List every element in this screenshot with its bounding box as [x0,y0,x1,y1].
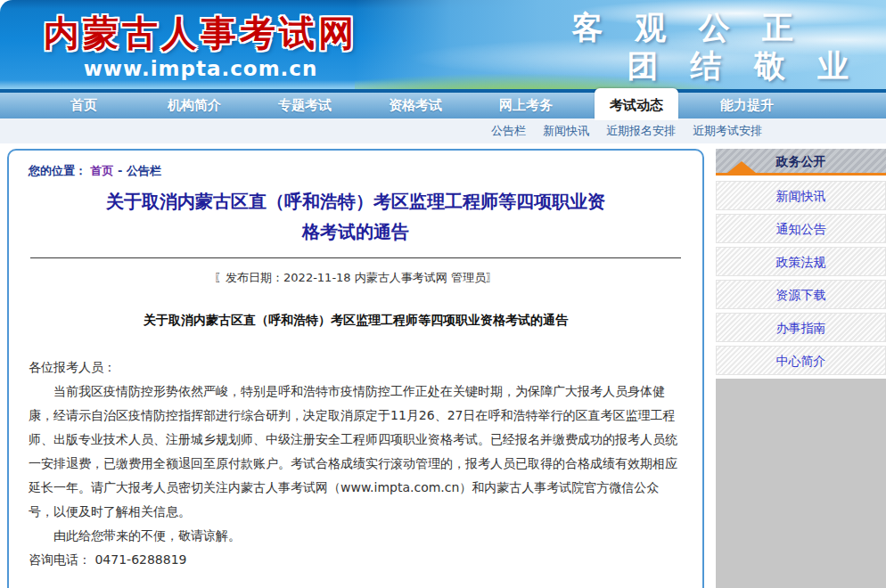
article-subtitle: 关于取消内蒙古区直（呼和浩特）考区监理工程师等四项职业资格考试的通告 [29,313,683,329]
sidebar-items-container: 新闻快讯 通知公告 政策法规 资源下载 办事指南 中心简介 [716,181,886,379]
sidebar-header: 政务公开 [716,149,886,176]
breadcrumb-separator: - [118,164,122,177]
article-panel: 您的位置： 首页 - 公告栏 关于取消内蒙古区直（呼和浩特）考区监理工程师等四项… [7,149,704,588]
nav-item-qualification-exams[interactable]: 资格考试 [360,93,471,118]
subnav-item-exam-schedule[interactable]: 近期考试安排 [693,118,762,143]
article-title: 关于取消内蒙古区直（呼和浩特）考区监理工程师等四项职业资 格考试的通告 [29,186,683,247]
site-url-text: www.impta.com.cn [0,57,401,80]
sidebar-government-affairs: 政务公开 新闻快讯 通知公告 政策法规 资源下载 办事指南 中心简介 [716,149,886,588]
phone-line: 咨询电话： 0471-6288819 [29,548,683,572]
sidebar-filler [716,379,886,588]
article-title-line1: 关于取消内蒙古区直（呼和浩特）考区监理工程师等四项职业资 [29,186,683,216]
article-title-line2: 格考试的通告 [29,216,683,247]
breadcrumb-prefix: 您的位置： [29,164,86,177]
site-banner: 内蒙古人事考试网 www.impta.com.cn 客 观 公 正 团 结 敬 … [0,0,886,89]
nav-item-ability[interactable]: 能力提升 [692,93,802,118]
breadcrumb: 您的位置： 首页 - 公告栏 [29,163,683,179]
active-tab[interactable]: 考试动态 [595,88,678,120]
article-body: 各位报考人员： 当前我区疫情防控形势依然严峻，特别是呼和浩特市疫情防控工作正处在… [29,355,683,572]
banner-slogan-line2: 团 结 敬 业 [627,45,859,87]
nav-items-container: 首页 机构简介 专题考试 资格考试 网上考务 考试动态 能力提升 [29,93,813,118]
nav-item-online-services[interactable]: 网上考务 [471,93,581,118]
sidebar-item-notices[interactable]: 通知公告 [716,214,886,243]
title-divider [30,257,681,258]
orange-triangle-icon [727,161,756,173]
body-paragraph-2: 由此给您带来的不便，敬请谅解。 [29,524,683,548]
subnav-item-news[interactable]: 新闻快讯 [543,118,589,143]
body-paragraph-1: 当前我区疫情防控形势依然严峻，特别是呼和浩特市疫情防控工作正处在关键时期，为保障… [29,380,683,524]
subnav-item-bulletin[interactable]: 公告栏 [491,118,526,143]
subnav-item-registration-schedule[interactable]: 近期报名安排 [606,118,676,143]
sidebar-item-downloads[interactable]: 资源下载 [716,280,886,309]
nav-item-exam-news-active[interactable]: 考试动态 [581,93,692,118]
banner-slogan-line1: 客 观 公 正 [571,7,804,49]
salutation: 各位报考人员： [29,355,683,380]
sidebar-item-center-intro[interactable]: 中心简介 [716,346,886,375]
publish-date-line: 〖发布日期：2022-11-18 内蒙古人事考试网 管理员〗 [29,270,683,286]
sub-navbar: 公告栏 新闻快讯 近期报名安排 近期考试安排 [0,118,886,143]
sidebar-item-guide[interactable]: 办事指南 [716,313,886,342]
sidebar-item-news[interactable]: 新闻快讯 [716,181,886,210]
page: 内蒙古人事考试网 www.impta.com.cn 客 观 公 正 团 结 敬 … [0,0,886,588]
nav-item-home[interactable]: 首页 [29,93,139,118]
sidebar-title: 政务公开 [776,154,826,168]
main-navbar: 首页 机构简介 专题考试 资格考试 网上考务 考试动态 能力提升 [0,89,886,118]
nav-item-about[interactable]: 机构简介 [139,93,250,118]
breadcrumb-current-link[interactable]: 公告栏 [127,164,161,177]
breadcrumb-home-link[interactable]: 首页 [91,164,114,177]
nav-item-special-exams[interactable]: 专题考试 [250,93,360,118]
site-logo-text: 内蒙古人事考试网 [0,9,401,58]
sidebar-item-policies[interactable]: 政策法规 [716,247,886,276]
content-area: 您的位置： 首页 - 公告栏 关于取消内蒙古区直（呼和浩特）考区监理工程师等四项… [0,143,886,588]
